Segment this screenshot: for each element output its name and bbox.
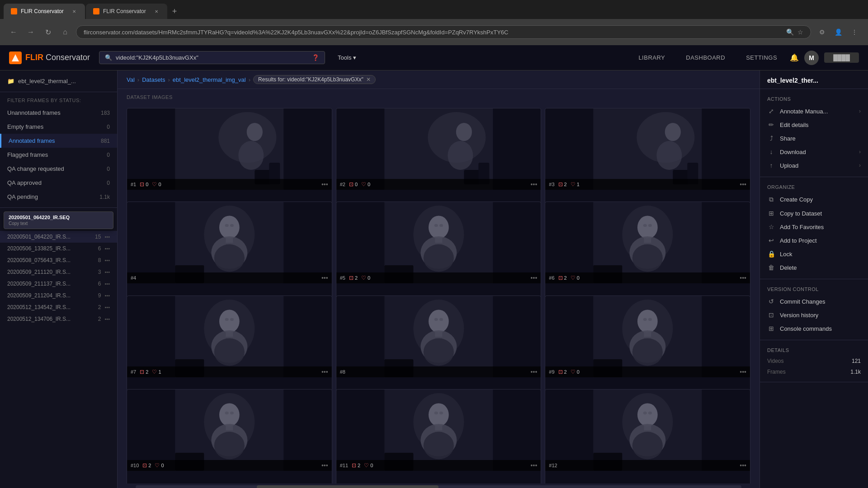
home-button[interactable]: ⌂ bbox=[59, 26, 71, 38]
organize-lock[interactable]: 🔒 Lock bbox=[760, 247, 868, 261]
upload-icon: ↑ bbox=[767, 162, 775, 169]
image-card-11[interactable]: #12 ••• bbox=[545, 389, 750, 483]
organize-add-favorites[interactable]: ☆ Add To Favorites bbox=[760, 220, 868, 234]
action-upload[interactable]: ↑ Upload › bbox=[760, 159, 868, 172]
svg-point-24 bbox=[214, 244, 245, 272]
copy-dataset-icon: ⊞ bbox=[767, 210, 775, 217]
sidebar-file-item-3[interactable]: 20200509_211120_IR.S... 3 ••• bbox=[0, 266, 117, 278]
image-more-btn-4[interactable]: ••• bbox=[531, 274, 538, 282]
tab-close-1[interactable]: ✕ bbox=[71, 8, 78, 15]
svg-point-16 bbox=[657, 141, 682, 170]
breadcrumb-filter-close[interactable]: ✕ bbox=[366, 76, 371, 83]
tab-2[interactable]: FLIR Conservator ✕ bbox=[86, 4, 167, 19]
search-input[interactable] bbox=[116, 54, 308, 61]
profile-button[interactable]: 👤 bbox=[832, 26, 844, 38]
sidebar-filter-empty[interactable]: Empty frames 0 bbox=[0, 120, 117, 134]
scrollbar-thumb[interactable] bbox=[257, 485, 439, 488]
settings-link[interactable]: SETTINGS bbox=[742, 52, 781, 63]
action-download[interactable]: ↓ Download › bbox=[760, 145, 868, 159]
tab-1[interactable]: FLIR Conservator ✕ bbox=[4, 4, 85, 19]
sidebar-file-item-5[interactable]: 20200509_211204_IR.S... 9 ••• bbox=[0, 290, 117, 301]
sidebar-file-menu-1[interactable]: ••• bbox=[104, 246, 110, 251]
sidebar-file-menu-5[interactable]: ••• bbox=[104, 293, 110, 298]
sidebar-filter-qa-pending[interactable]: QA pending 1.1k bbox=[0, 190, 117, 204]
image-card-10[interactable]: #11 ⊡ 2 ♡ 0 ••• bbox=[336, 389, 542, 483]
horizontal-scrollbar[interactable] bbox=[136, 485, 741, 488]
image-more-btn-3[interactable]: ••• bbox=[321, 274, 328, 282]
sidebar-file-count-6: 2 bbox=[98, 304, 101, 310]
new-tab-button[interactable]: + bbox=[168, 5, 181, 18]
search-url-icon[interactable]: 🔍 bbox=[786, 28, 794, 36]
notifications-icon[interactable]: 🔔 bbox=[790, 53, 799, 62]
svg-point-98 bbox=[648, 412, 652, 414]
sidebar-filter-qa-approved[interactable]: QA approved 0 bbox=[0, 176, 117, 190]
sidebar-filter-qa-change[interactable]: QA change requested 0 bbox=[0, 162, 117, 176]
image-more-btn-8[interactable]: ••• bbox=[740, 368, 746, 375]
breadcrumb-current[interactable]: ebt_level2_thermal_img_val bbox=[173, 76, 246, 83]
action-annotate[interactable]: ⤢ Annotate Manua... › bbox=[760, 104, 868, 118]
forward-button[interactable]: → bbox=[24, 26, 37, 38]
image-more-btn-0[interactable]: ••• bbox=[321, 181, 328, 188]
sidebar-file-item-4[interactable]: 20200509_211137_IR.S... 6 ••• bbox=[0, 278, 117, 290]
image-more-btn-2[interactable]: ••• bbox=[740, 181, 746, 188]
image-more-btn-10[interactable]: ••• bbox=[531, 462, 538, 469]
image-badge1-1: ⊡ 0 bbox=[349, 181, 358, 188]
svg-point-34 bbox=[434, 224, 438, 227]
sidebar-file-item-6[interactable]: 20200512_134542_IR.S... 2 ••• bbox=[0, 301, 117, 313]
breadcrumb-datasets[interactable]: Datasets bbox=[142, 76, 165, 83]
bookmark-icon[interactable]: ☆ bbox=[797, 28, 803, 36]
sidebar-filter-flagged[interactable]: Flagged frames 0 bbox=[0, 148, 117, 162]
svg-point-89 bbox=[439, 412, 443, 414]
logo-icon bbox=[9, 52, 22, 64]
sidebar-file-item-1[interactable]: 20200506_133825_IR.S... 6 ••• bbox=[0, 243, 117, 254]
sidebar-filter-unannotated[interactable]: Unannotated frames 183 bbox=[0, 106, 117, 120]
sidebar-file-menu-4[interactable]: ••• bbox=[104, 281, 110, 286]
extensions-button[interactable]: ⚙ bbox=[816, 26, 828, 38]
image-more-btn-9[interactable]: ••• bbox=[321, 462, 328, 469]
sidebar-file-menu-2[interactable]: ••• bbox=[104, 258, 110, 263]
sidebar-file-item-0[interactable]: 20200501_064220_IR.S... 15 ••• bbox=[0, 231, 117, 243]
image-overlay-0: #1 ⊡ 0 ♡ 0 ••• bbox=[127, 179, 332, 190]
breadcrumb-search-input[interactable] bbox=[378, 76, 424, 83]
image-more-btn-1[interactable]: ••• bbox=[531, 181, 538, 188]
dashboard-link[interactable]: DASHBOARD bbox=[682, 52, 729, 63]
action-edit[interactable]: ✏ Edit details bbox=[760, 118, 868, 131]
organize-add-project[interactable]: ↩ Add to Project bbox=[760, 234, 868, 247]
reload-button[interactable]: ↻ bbox=[42, 26, 54, 38]
sidebar-filter-annotated[interactable]: Annotated frames 881 bbox=[0, 134, 117, 148]
console-commands[interactable]: ⊞ Console commands bbox=[760, 322, 868, 335]
image-more-btn-7[interactable]: ••• bbox=[531, 368, 538, 375]
sidebar-file-menu-7[interactable]: ••• bbox=[104, 316, 110, 322]
address-bar: ← → ↻ ⌂ flirconservator.com/datasets/HmR… bbox=[0, 19, 868, 45]
action-share[interactable]: ⤴ Share bbox=[760, 131, 868, 145]
version-commit[interactable]: ↺ Commit Changes bbox=[760, 295, 868, 308]
library-link[interactable]: LIBRARY bbox=[635, 52, 669, 63]
image-num-0: #1 bbox=[131, 182, 136, 187]
search-bar-container[interactable]: 🔍 ❓ bbox=[99, 51, 325, 64]
sidebar-file-item-7[interactable]: 20200512_134706_IR.S... 2 ••• bbox=[0, 313, 117, 325]
tab-close-2[interactable]: ✕ bbox=[153, 8, 160, 15]
badge1-count-4: 2 bbox=[355, 275, 358, 281]
menu-button[interactable]: ⋮ bbox=[848, 26, 861, 38]
organize-create-copy[interactable]: ⧉ Create Copy bbox=[760, 192, 868, 206]
organize-copy-dataset[interactable]: ⊞ Copy to Dataset bbox=[760, 206, 868, 220]
image-more-btn-5[interactable]: ••• bbox=[740, 274, 746, 282]
image-more-btn-11[interactable]: ••• bbox=[740, 462, 746, 469]
organize-delete[interactable]: 🗑 Delete bbox=[760, 261, 868, 274]
user-avatar[interactable]: M bbox=[804, 51, 819, 65]
back-button[interactable]: ← bbox=[7, 26, 20, 38]
version-history[interactable]: ⊡ Version history bbox=[760, 308, 868, 322]
sidebar-file-menu-0[interactable]: ••• bbox=[104, 234, 110, 239]
sidebar-file-menu-3[interactable]: ••• bbox=[104, 269, 110, 275]
breadcrumb-val[interactable]: Val bbox=[127, 76, 135, 83]
url-bar[interactable]: flirconservator.com/datasets/HmRMc2sfmmJ… bbox=[76, 25, 811, 39]
sidebar-file-menu-6[interactable]: ••• bbox=[104, 305, 110, 310]
help-icon[interactable]: ❓ bbox=[312, 54, 319, 61]
sidebar-file-item-2[interactable]: 20200508_075643_IR.S... 8 ••• bbox=[0, 254, 117, 266]
details-videos-val: 121 bbox=[852, 358, 861, 364]
tools-button[interactable]: Tools ▾ bbox=[334, 52, 360, 63]
version-history-label: Version history bbox=[780, 312, 861, 319]
image-more-btn-6[interactable]: ••• bbox=[321, 368, 328, 375]
image-card-9[interactable]: #10 ⊡ 2 ♡ 0 ••• bbox=[127, 389, 332, 483]
user-name: ████ bbox=[824, 52, 859, 63]
